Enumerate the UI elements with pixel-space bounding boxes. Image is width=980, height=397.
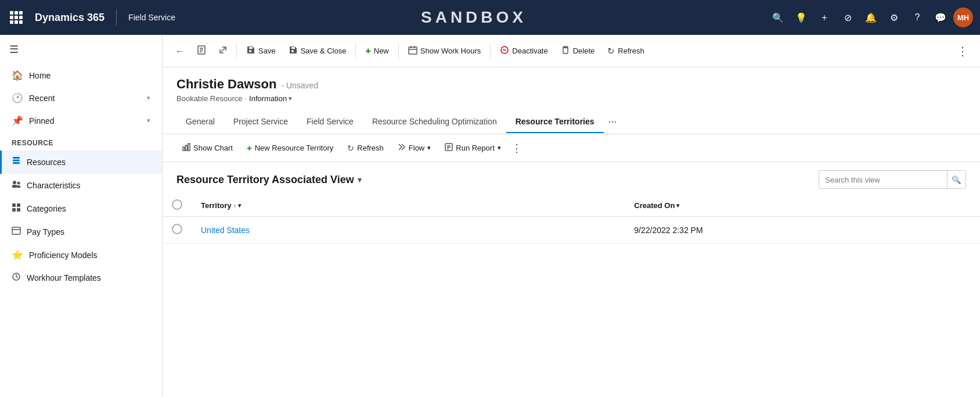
new-button[interactable]: + New [359, 42, 394, 60]
tabs-more-button[interactable]: ··· [604, 110, 622, 134]
tab-project-service[interactable]: Project Service [224, 111, 297, 133]
sidebar-home-label: Home [29, 71, 51, 80]
form-label: Information [249, 94, 287, 103]
tab-rso[interactable]: Resource Scheduling Optimization [363, 111, 506, 133]
svg-rect-6 [17, 185, 20, 188]
svg-rect-11 [12, 227, 20, 234]
svg-rect-18 [409, 47, 417, 54]
settings-icon[interactable]: ⚙ [884, 7, 905, 28]
territory-sort-up-icon: ↑ [233, 202, 237, 209]
delete-button[interactable]: Delete [555, 42, 601, 60]
record-name: Christie Dawson [176, 77, 276, 92]
view-title[interactable]: Resource Territory Associated View ▾ [176, 174, 362, 186]
brand-label: Dynamics 365 [30, 12, 109, 24]
tab-resource-territories[interactable]: Resource Territories [506, 111, 604, 133]
svg-rect-25 [183, 147, 185, 151]
sidebar-item-resources[interactable]: Resources [0, 151, 162, 174]
form-dropdown[interactable]: Information ▾ [249, 94, 292, 103]
view-title-text: Resource Territory Associated View [176, 174, 354, 186]
svg-rect-7 [12, 203, 16, 207]
svg-rect-26 [186, 145, 188, 151]
record-breadcrumb: Bookable Resource · Information ▾ [176, 94, 966, 103]
grid-menu-button[interactable] [7, 8, 26, 27]
sidebar-item-pinned[interactable]: 📌 Pinned ▾ [0, 109, 162, 132]
sidebar-item-home[interactable]: 🏠 Home [0, 64, 162, 87]
sidebar: ☰ 🏠 Home 🕐 Recent ▾ 📌 Pinned ▾ Resource … [0, 35, 163, 397]
svg-rect-4 [12, 185, 17, 188]
search-button[interactable]: 🔍 [947, 170, 965, 189]
tab-field-service[interactable]: Field Service [297, 111, 363, 133]
refresh-button[interactable]: ↻ Refresh [601, 42, 650, 60]
show-chart-button[interactable]: Show Chart [176, 140, 239, 156]
run-report-button[interactable]: Run Report ▾ [439, 140, 506, 156]
sidebar-item-proficiency-models[interactable]: ⭐ Proficiency Models [0, 244, 162, 266]
sub-refresh-button[interactable]: ↻ Refresh [341, 141, 390, 156]
table-header-check [163, 195, 192, 217]
help-icon[interactable]: ? [907, 7, 928, 28]
resource-section-label: Resource [0, 132, 162, 151]
search-input[interactable] [819, 176, 947, 184]
row-checkbox[interactable] [172, 224, 182, 234]
record-unsaved-badge: - Unsaved [281, 81, 318, 90]
flow-button[interactable]: Flow ▾ [392, 140, 437, 156]
refresh-icon: ↻ [607, 46, 615, 56]
select-all-checkbox[interactable] [172, 199, 182, 210]
user-avatar[interactable]: MH [953, 8, 973, 27]
recent-icon: 🕐 [12, 92, 23, 103]
search-icon[interactable]: 🔍 [768, 7, 788, 28]
sidebar-pay-types-label: Pay Types [27, 227, 64, 237]
territory-sort-button[interactable]: Territory ↑ ▾ [201, 201, 615, 210]
grid-area: Resource Territory Associated View ▾ 🔍 [163, 162, 980, 397]
sidebar-workhour-label: Workhour Templates [27, 273, 101, 282]
sidebar-item-recent[interactable]: 🕐 Recent ▾ [0, 87, 162, 109]
tab-general[interactable]: General [176, 111, 224, 133]
created-on-sort-button[interactable]: Created On ▾ [634, 201, 971, 210]
feedback-icon[interactable]: 💬 [930, 7, 951, 28]
run-report-icon [445, 143, 453, 153]
svg-rect-8 [17, 203, 20, 207]
record-icon-button[interactable] [191, 42, 212, 60]
back-button[interactable]: ← [170, 42, 190, 59]
save-close-button[interactable]: Save & Close [283, 42, 352, 60]
nav-divider [116, 9, 117, 26]
new-resource-territory-button[interactable]: + New Resource Territory [241, 140, 339, 156]
open-icon [219, 46, 227, 56]
refresh-label: Refresh [618, 47, 644, 55]
lightbulb-icon[interactable]: 💡 [791, 7, 812, 28]
nav-icons: 🔍 💡 ＋ ⊘ 🔔 ⚙ ? 💬 MH [768, 7, 973, 28]
toolbar-sep-1 [236, 43, 237, 59]
table-header-created-on: Created On ▾ [625, 195, 980, 217]
sidebar-resources-label: Resources [27, 158, 66, 167]
add-icon[interactable]: ＋ [814, 7, 835, 28]
show-work-hours-button[interactable]: Show Work Hours [402, 42, 487, 60]
deactivate-icon [500, 45, 509, 56]
deactivate-button[interactable]: Deactivate [494, 42, 553, 60]
sidebar-categories-label: Categories [27, 204, 66, 213]
record-entity-label: Bookable Resource [176, 94, 242, 103]
hamburger-button[interactable]: ☰ [0, 35, 162, 64]
sidebar-item-workhour-templates[interactable]: Workhour Templates [0, 266, 162, 289]
filter-icon[interactable]: ⊘ [837, 7, 858, 28]
save-label: Save [258, 47, 276, 55]
svg-rect-2 [13, 162, 20, 164]
save-button[interactable]: Save [240, 42, 282, 60]
notification-icon[interactable]: 🔔 [860, 7, 881, 28]
sidebar-item-categories[interactable]: Categories [0, 197, 162, 220]
sub-more-button[interactable]: ⋮ [511, 142, 522, 155]
record-header: Christie Dawson - Unsaved Bookable Resou… [163, 67, 980, 103]
categories-icon [12, 203, 21, 214]
save-close-icon [289, 45, 298, 56]
sidebar-item-characteristics[interactable]: Characteristics [0, 174, 162, 197]
svg-rect-9 [12, 208, 16, 212]
toolbar-more-button[interactable]: ⋮ [952, 42, 973, 60]
calendar-icon [408, 45, 417, 56]
open-form-button[interactable] [213, 42, 233, 59]
territory-link[interactable]: United States [201, 226, 250, 235]
grid-icon [10, 11, 23, 24]
sandbox-label: SANDBOX [185, 8, 763, 27]
svg-rect-0 [13, 157, 20, 159]
proficiency-icon: ⭐ [12, 249, 23, 260]
pay-types-icon [12, 226, 21, 238]
sidebar-item-pay-types[interactable]: Pay Types [0, 220, 162, 244]
svg-rect-24 [563, 48, 568, 53]
